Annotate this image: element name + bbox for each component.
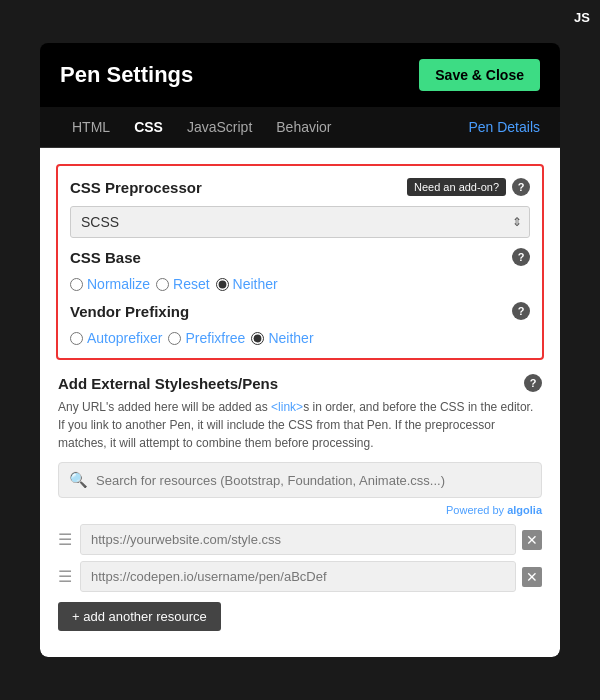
css-base-normalize-radio[interactable] <box>70 278 83 291</box>
modal-title: Pen Settings <box>60 62 193 88</box>
css-base-neither-label: Neither <box>233 276 278 292</box>
pen-details-link[interactable]: Pen Details <box>468 119 540 135</box>
external-stylesheets-title: Add External Stylesheets/Pens <box>58 375 278 392</box>
css-base-title: CSS Base <box>70 249 141 266</box>
pen-settings-modal: Pen Settings Save & Close HTML CSS JavaS… <box>40 43 560 657</box>
css-base-section: CSS Base ? Normalize Reset Neither <box>70 248 530 292</box>
need-addon-badge: Need an add-on? <box>407 178 506 196</box>
css-base-radio-group: Normalize Reset Neither <box>70 276 530 292</box>
preprocessor-header: CSS Preprocessor Need an add-on? ? <box>70 178 530 196</box>
vendor-autoprefixer-option[interactable]: Autoprefixer <box>70 330 162 346</box>
remove-resource-2-button[interactable]: ✕ <box>522 567 542 587</box>
css-base-reset-option[interactable]: Reset <box>156 276 210 292</box>
modal-body: CSS Preprocessor Need an add-on? ? None … <box>40 148 560 657</box>
external-stylesheets-section: Add External Stylesheets/Pens ? Any URL'… <box>56 374 544 631</box>
search-input[interactable] <box>96 473 531 488</box>
preprocessor-help-icon[interactable]: ? <box>512 178 530 196</box>
preprocessor-title: CSS Preprocessor <box>70 179 202 196</box>
vendor-autoprefixer-label: Autoprefixer <box>87 330 162 346</box>
tab-javascript[interactable]: JavaScript <box>175 107 264 147</box>
css-base-normalize-option[interactable]: Normalize <box>70 276 150 292</box>
vendor-neither-option[interactable]: Neither <box>251 330 313 346</box>
algolia-powered: Powered by algolia <box>58 504 542 516</box>
css-settings-section: CSS Preprocessor Need an add-on? ? None … <box>56 164 544 360</box>
external-stylesheets-help-icon[interactable]: ? <box>524 374 542 392</box>
tab-behavior[interactable]: Behavior <box>264 107 343 147</box>
vendor-prefixing-help-icon[interactable]: ? <box>512 302 530 320</box>
nav-tabs: HTML CSS JavaScript Behavior Pen Details <box>40 107 560 148</box>
tab-html[interactable]: HTML <box>60 107 122 147</box>
css-base-neither-radio[interactable] <box>216 278 229 291</box>
vendor-prefixing-header: Vendor Prefixing ? <box>70 302 530 320</box>
resource-row-1: ☰ ✕ <box>58 524 542 555</box>
css-base-neither-option[interactable]: Neither <box>216 276 278 292</box>
resource-input-2[interactable] <box>80 561 516 592</box>
vendor-prefixing-title: Vendor Prefixing <box>70 303 189 320</box>
css-base-reset-label: Reset <box>173 276 210 292</box>
algolia-brand: algolia <box>507 504 542 516</box>
remove-resource-1-button[interactable]: ✕ <box>522 530 542 550</box>
preprocessor-select-wrapper: None Less SCSS Sass Stylus PostCSS ⇕ <box>70 206 530 238</box>
vendor-neither-label: Neither <box>268 330 313 346</box>
vendor-prefixing-section: Vendor Prefixing ? Autoprefixer Prefixfr… <box>70 302 530 346</box>
css-base-reset-radio[interactable] <box>156 278 169 291</box>
modal-header: Pen Settings Save & Close <box>40 43 560 107</box>
search-box: 🔍 <box>58 462 542 498</box>
external-stylesheets-header: Add External Stylesheets/Pens ? <box>58 374 542 392</box>
search-icon: 🔍 <box>69 471 88 489</box>
add-resource-button[interactable]: + add another resource <box>58 602 221 631</box>
vendor-neither-radio[interactable] <box>251 332 264 345</box>
save-close-button[interactable]: Save & Close <box>419 59 540 91</box>
css-base-help-icon[interactable]: ? <box>512 248 530 266</box>
powered-by-text: Powered by <box>446 504 507 516</box>
vendor-prefixfree-option[interactable]: Prefixfree <box>168 330 245 346</box>
vendor-prefixfree-radio[interactable] <box>168 332 181 345</box>
vendor-autoprefixer-radio[interactable] <box>70 332 83 345</box>
resource-input-1[interactable] <box>80 524 516 555</box>
drag-handle-1[interactable]: ☰ <box>58 530 72 549</box>
drag-handle-2[interactable]: ☰ <box>58 567 72 586</box>
vendor-prefixing-radio-group: Autoprefixer Prefixfree Neither <box>70 330 530 346</box>
js-badge: JS <box>574 10 590 25</box>
css-base-header: CSS Base ? <box>70 248 530 266</box>
link-tag-ref: <link> <box>271 400 303 414</box>
vendor-prefixfree-label: Prefixfree <box>185 330 245 346</box>
external-stylesheets-description: Any URL's added here will be added as <l… <box>58 398 542 452</box>
resource-row-2: ☰ ✕ <box>58 561 542 592</box>
preprocessor-select[interactable]: None Less SCSS Sass Stylus PostCSS <box>70 206 530 238</box>
tab-css[interactable]: CSS <box>122 107 175 147</box>
css-base-normalize-label: Normalize <box>87 276 150 292</box>
